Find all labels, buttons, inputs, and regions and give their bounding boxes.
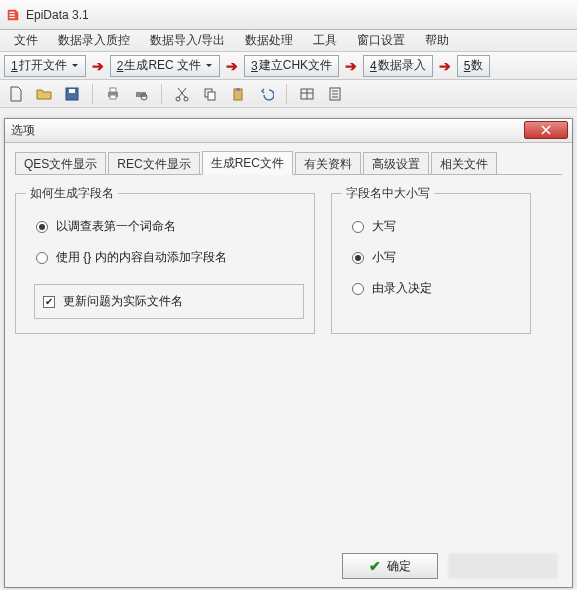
- save-icon[interactable]: [60, 83, 84, 105]
- arrow-icon: ➔: [224, 58, 240, 74]
- caret-down-icon: [71, 62, 79, 70]
- app-title: EpiData 3.1: [26, 8, 89, 22]
- separator: [161, 84, 162, 104]
- checkbox-container: 更新问题为实际文件名: [34, 284, 304, 319]
- menu-window[interactable]: 窗口设置: [357, 32, 405, 49]
- tab-create-rec[interactable]: 生成REC文件: [202, 151, 293, 175]
- tab-related-info[interactable]: 有关资料: [295, 152, 361, 174]
- cut-icon[interactable]: [170, 83, 194, 105]
- svg-rect-3: [110, 88, 116, 92]
- step-create-rec[interactable]: 2生成REC 文件: [110, 55, 220, 77]
- radio-as-entered[interactable]: 由录入决定: [352, 280, 516, 297]
- radio-label: 小写: [372, 249, 396, 266]
- radio-first-word[interactable]: 以调查表第一个词命名: [36, 218, 300, 235]
- step-data-entry[interactable]: 4数据录入: [363, 55, 433, 77]
- ok-button[interactable]: ✔ 确定: [342, 553, 438, 579]
- dialog-close-button[interactable]: [524, 121, 568, 139]
- icon-toolbar: [0, 80, 577, 108]
- dialog-footer: ✔ 确定: [342, 553, 558, 579]
- arrow-icon: ➔: [343, 58, 359, 74]
- step-create-chk[interactable]: 3建立CHK文件: [244, 55, 339, 77]
- group-fieldname-case: 字段名中大小写 大写 小写 由录入决定: [331, 193, 531, 334]
- menu-help[interactable]: 帮助: [425, 32, 449, 49]
- radio-label: 大写: [372, 218, 396, 235]
- radio-braces-content[interactable]: 使用 {} 内的内容自动添加字段名: [36, 249, 300, 266]
- radio-uppercase[interactable]: 大写: [352, 218, 516, 235]
- tab-advanced[interactable]: 高级设置: [363, 152, 429, 174]
- menu-import-export[interactable]: 数据导入/导出: [150, 32, 225, 49]
- radio-icon: [36, 221, 48, 233]
- menubar: 文件 数据录入质控 数据导入/导出 数据处理 工具 窗口设置 帮助: [0, 30, 577, 52]
- menu-tools[interactable]: 工具: [313, 32, 337, 49]
- table-icon[interactable]: [295, 83, 319, 105]
- menu-process[interactable]: 数据处理: [245, 32, 293, 49]
- close-icon: [541, 125, 551, 135]
- tab-qes-display[interactable]: QES文件显示: [15, 152, 106, 174]
- caret-down-icon: [205, 62, 213, 70]
- menu-file[interactable]: 文件: [14, 32, 38, 49]
- group-legend: 如何生成字段名: [26, 185, 118, 202]
- step-5[interactable]: 5数: [457, 55, 491, 77]
- separator: [92, 84, 93, 104]
- arrow-icon: ➔: [437, 58, 453, 74]
- dialog-titlebar: 选项: [5, 119, 572, 143]
- tab-rec-display[interactable]: REC文件显示: [108, 152, 199, 174]
- undo-icon[interactable]: [254, 83, 278, 105]
- options-dialog: 选项 QES文件显示 REC文件显示 生成REC文件 有关资料 高级设置 相关文…: [4, 118, 573, 588]
- dialog-body: QES文件显示 REC文件显示 生成REC文件 有关资料 高级设置 相关文件 如…: [5, 143, 572, 587]
- radio-icon: [352, 252, 364, 264]
- app-titlebar: EpiData 3.1: [0, 0, 577, 30]
- print-icon[interactable]: [101, 83, 125, 105]
- step-toolbar: 1打开文件 ➔ 2生成REC 文件 ➔ 3建立CHK文件 ➔ 4数据录入 ➔ 5…: [0, 52, 577, 80]
- print-preview-icon[interactable]: [129, 83, 153, 105]
- check-icon: ✔: [369, 558, 381, 574]
- radio-label: 由录入决定: [372, 280, 432, 297]
- group-fieldname-generation: 如何生成字段名 以调查表第一个词命名 使用 {} 内的内容自动添加字段名 更新问…: [15, 193, 315, 334]
- dialog-tabs: QES文件显示 REC文件显示 生成REC文件 有关资料 高级设置 相关文件: [15, 151, 562, 175]
- svg-rect-12: [236, 88, 240, 91]
- radio-icon: [36, 252, 48, 264]
- radio-lowercase[interactable]: 小写: [352, 249, 516, 266]
- new-file-icon[interactable]: [4, 83, 28, 105]
- radio-label: 使用 {} 内的内容自动添加字段名: [56, 249, 227, 266]
- svg-rect-1: [69, 89, 75, 93]
- copy-icon[interactable]: [198, 83, 222, 105]
- arrow-icon: ➔: [90, 58, 106, 74]
- checkbox-label: 更新问题为实际文件名: [63, 293, 183, 310]
- group-legend: 字段名中大小写: [342, 185, 434, 202]
- radio-icon: [352, 221, 364, 233]
- svg-rect-4: [110, 95, 116, 99]
- dialog-title: 选项: [11, 122, 35, 139]
- radio-icon: [352, 283, 364, 295]
- svg-rect-10: [208, 92, 215, 100]
- obscured-button: [448, 553, 558, 579]
- ok-button-label: 确定: [387, 558, 411, 575]
- open-folder-icon[interactable]: [32, 83, 56, 105]
- paste-icon[interactable]: [226, 83, 250, 105]
- radio-label: 以调查表第一个词命名: [56, 218, 176, 235]
- app-icon: [6, 8, 20, 22]
- step-open-file[interactable]: 1打开文件: [4, 55, 86, 77]
- menu-quality[interactable]: 数据录入质控: [58, 32, 130, 49]
- tab-related-files[interactable]: 相关文件: [431, 152, 497, 174]
- checkbox-icon: [43, 296, 55, 308]
- form-icon[interactable]: [323, 83, 347, 105]
- separator: [286, 84, 287, 104]
- checkbox-update-question[interactable]: 更新问题为实际文件名: [43, 293, 297, 310]
